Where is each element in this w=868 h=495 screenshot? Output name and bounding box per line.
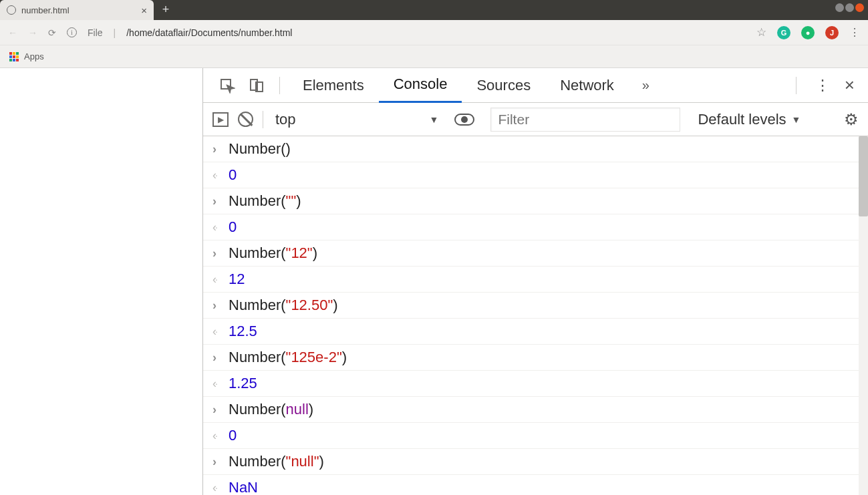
chevron-right-icon: › xyxy=(212,455,229,469)
chevron-right-icon: › xyxy=(212,194,229,208)
devtools-tabs: Elements Console Sources Network » ⋮ × xyxy=(203,68,868,103)
devtools-panel: Elements Console Sources Network » ⋮ × ▶… xyxy=(203,68,868,495)
chevron-right-icon: › xyxy=(212,403,229,417)
toggle-device-icon[interactable] xyxy=(242,77,271,94)
tab-sources[interactable]: Sources xyxy=(462,68,545,103)
code-text: Number() xyxy=(229,140,291,158)
globe-icon xyxy=(7,5,16,15)
profile-avatar-icon[interactable]: J xyxy=(825,26,839,39)
console-output[interactable]: ›Number()0›Number("")0›Number("12")12›Nu… xyxy=(203,136,868,495)
tab-console[interactable]: Console xyxy=(379,68,462,103)
code-text: Number("125e-2") xyxy=(229,349,347,366)
code-text: Number("null") xyxy=(229,453,324,470)
filter-input[interactable] xyxy=(490,108,680,132)
console-input-line: ›Number(null) xyxy=(203,397,868,423)
scrollbar-thumb[interactable] xyxy=(859,136,868,216)
return-icon xyxy=(212,429,229,443)
divider xyxy=(279,77,280,94)
window-controls xyxy=(835,0,868,12)
console-result-line: 1.25 xyxy=(203,371,868,397)
console-settings-icon[interactable]: ⚙ xyxy=(844,110,859,129)
chevron-down-icon: ▼ xyxy=(792,114,801,125)
chevron-down-icon: ▼ xyxy=(430,114,439,125)
extension-grammarly-icon[interactable]: G xyxy=(777,26,790,39)
return-icon xyxy=(212,273,229,287)
apps-label[interactable]: Apps xyxy=(24,51,44,61)
code-text: 0 xyxy=(229,427,237,444)
new-tab-button[interactable]: + xyxy=(156,0,175,19)
console-result-line: 0 xyxy=(203,162,868,188)
code-text: 0 xyxy=(229,218,237,236)
console-input-line: ›Number("125e-2") xyxy=(203,345,868,371)
console-toolbar: ▶ top ▼ Default levels ▼ ⚙ xyxy=(203,103,868,136)
code-text: Number(null) xyxy=(229,401,313,418)
return-icon xyxy=(212,481,229,495)
maximize-icon[interactable] xyxy=(845,3,854,12)
reload-icon[interactable]: ⟳ xyxy=(48,27,56,38)
console-result-line: 0 xyxy=(203,423,868,449)
close-tab-icon[interactable]: × xyxy=(141,5,147,16)
chevron-right-icon: › xyxy=(212,142,229,156)
url-path[interactable]: /home/dataflair/Documents/number.html xyxy=(126,27,292,38)
info-icon[interactable]: i xyxy=(67,27,77,37)
bookmarks-bar: Apps xyxy=(0,45,868,68)
code-text: 1.25 xyxy=(229,375,257,392)
tab-network[interactable]: Network xyxy=(545,68,629,103)
console-input-line: ›Number("12") xyxy=(203,240,868,267)
levels-label: Default levels xyxy=(698,111,786,128)
minimize-icon[interactable] xyxy=(835,3,844,12)
more-tabs-icon[interactable]: » xyxy=(629,77,663,93)
main-area: Elements Console Sources Network » ⋮ × ▶… xyxy=(0,68,868,495)
code-text: Number("12") xyxy=(229,244,317,262)
code-text: 12.5 xyxy=(229,323,257,340)
extension-green-icon[interactable]: ● xyxy=(801,26,815,39)
window-titlebar: number.html × + xyxy=(0,0,868,20)
console-result-line: NaN xyxy=(203,475,868,495)
address-bar: ← → ⟳ i File | /home/dataflair/Documents… xyxy=(0,20,868,45)
console-result-line: 12.5 xyxy=(203,319,868,345)
context-label: top xyxy=(275,111,296,128)
log-levels-selector[interactable]: Default levels ▼ xyxy=(698,111,801,128)
browser-menu-icon[interactable]: ⋮ xyxy=(849,26,860,39)
page-viewport xyxy=(0,68,203,495)
forward-icon[interactable]: → xyxy=(28,27,37,38)
code-text: 12 xyxy=(229,271,245,288)
toggle-sidebar-icon[interactable]: ▶ xyxy=(212,112,229,127)
url-divider: | xyxy=(114,27,116,38)
close-window-icon[interactable] xyxy=(855,3,864,12)
chevron-right-icon: › xyxy=(212,246,229,261)
apps-icon[interactable] xyxy=(9,52,19,61)
context-selector[interactable]: top ▼ xyxy=(263,111,438,128)
return-icon xyxy=(212,220,229,234)
tab-title: number.html xyxy=(21,5,136,15)
browser-tab[interactable]: number.html × xyxy=(0,0,154,20)
url-scheme-label: File xyxy=(88,27,103,38)
return-icon xyxy=(212,325,229,339)
back-icon[interactable]: ← xyxy=(8,27,17,38)
code-text: Number("") xyxy=(229,192,301,210)
bookmark-star-icon[interactable]: ☆ xyxy=(756,25,766,39)
code-text: Number("12.50") xyxy=(229,297,338,314)
tab-elements[interactable]: Elements xyxy=(288,68,379,103)
scrollbar[interactable] xyxy=(859,136,868,495)
chevron-right-icon: › xyxy=(212,299,229,313)
console-input-line: ›Number("null") xyxy=(203,449,868,475)
console-input-line: ›Number() xyxy=(203,136,868,162)
chevron-right-icon: › xyxy=(212,351,229,365)
close-devtools-icon[interactable]: × xyxy=(841,75,859,96)
code-text: NaN xyxy=(229,479,258,495)
clear-console-icon[interactable] xyxy=(238,112,253,127)
console-input-line: ›Number("") xyxy=(203,188,868,214)
console-result-line: 12 xyxy=(203,267,868,293)
code-text: 0 xyxy=(229,166,237,184)
console-input-line: ›Number("12.50") xyxy=(203,293,868,319)
return-icon xyxy=(212,377,229,391)
live-expression-icon[interactable] xyxy=(454,114,474,126)
divider xyxy=(796,77,797,94)
devtools-menu-icon[interactable]: ⋮ xyxy=(805,77,841,94)
inspect-element-icon[interactable] xyxy=(212,77,242,94)
return-icon xyxy=(212,168,229,182)
console-result-line: 0 xyxy=(203,214,868,240)
